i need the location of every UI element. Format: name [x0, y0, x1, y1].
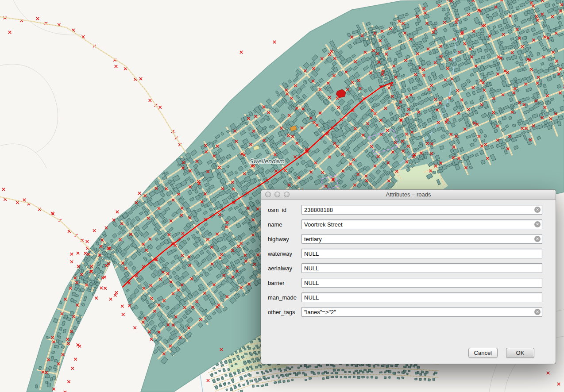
field-label-aerialway: aerialway — [268, 265, 301, 272]
zoom-window-button[interactable] — [284, 192, 290, 197]
clear-field-icon[interactable]: ✕ — [534, 221, 541, 227]
field-input-box: ✕ — [301, 219, 542, 229]
field-input-box: ✕ — [301, 307, 542, 317]
field-input-man_made[interactable] — [301, 292, 542, 302]
ok-button[interactable]: OK — [506, 348, 534, 358]
field-input-name[interactable] — [301, 219, 542, 229]
field-input-box: ✕ — [301, 234, 542, 244]
attributes-form: osm_id✕name✕highway✕waterwayaerialwaybar… — [261, 200, 556, 317]
dialog-titlebar[interactable]: Attributes – roads — [261, 190, 556, 200]
field-input-osm_id[interactable] — [301, 205, 542, 215]
field-row-name: name✕ — [268, 219, 542, 229]
field-input-box — [301, 278, 542, 288]
field-input-highway[interactable] — [301, 234, 542, 244]
field-input-box — [301, 249, 542, 258]
field-label-other_tags: other_tags — [268, 309, 301, 315]
clear-field-icon[interactable]: ✕ — [534, 309, 541, 315]
field-row-waterway: waterway — [268, 249, 542, 258]
field-input-aerialway[interactable] — [301, 263, 542, 273]
field-label-barrier: barrier — [268, 280, 301, 286]
field-input-box — [301, 292, 542, 302]
field-label-highway: highway — [268, 236, 301, 242]
window-controls — [265, 192, 290, 197]
field-input-other_tags[interactable] — [301, 307, 542, 317]
clear-field-icon[interactable]: ✕ — [534, 236, 541, 242]
close-window-button[interactable] — [265, 192, 271, 197]
field-row-highway: highway✕ — [268, 234, 542, 244]
field-input-box — [301, 263, 542, 273]
minimize-window-button[interactable] — [274, 192, 280, 197]
field-label-name: name — [268, 221, 301, 228]
field-row-aerialway: aerialway — [268, 263, 542, 273]
field-label-man_made: man_made — [268, 294, 301, 301]
field-input-waterway[interactable] — [301, 249, 542, 258]
field-row-osm_id: osm_id✕ — [268, 205, 542, 215]
field-row-man_made: man_made — [268, 292, 542, 302]
attributes-dialog: Attributes – roads osm_id✕name✕highway✕w… — [261, 189, 556, 364]
field-row-other_tags: other_tags✕ — [268, 307, 542, 317]
cancel-button[interactable]: Cancel — [468, 348, 498, 358]
field-label-osm_id: osm_id — [268, 207, 301, 213]
clear-field-icon[interactable]: ✕ — [534, 207, 541, 213]
field-label-waterway: waterway — [268, 250, 301, 257]
dialog-buttons: Cancel OK — [468, 348, 534, 358]
field-row-barrier: barrier — [268, 278, 542, 288]
dialog-title: Attributes – roads — [386, 191, 431, 198]
map-place-label: Swellendam — [249, 158, 285, 165]
field-input-box: ✕ — [301, 205, 542, 215]
field-input-barrier[interactable] — [301, 278, 542, 288]
